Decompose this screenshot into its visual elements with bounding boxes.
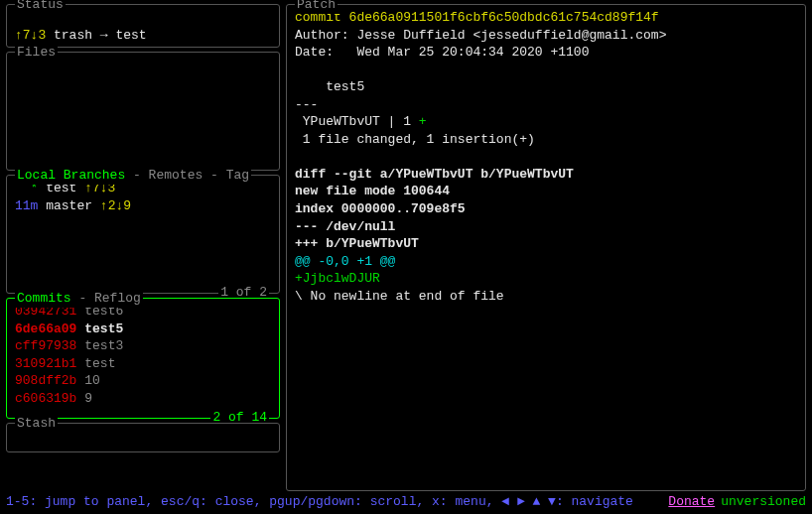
commit-msg: test3 (76, 338, 123, 353)
status-ahead: ↑7 (15, 28, 31, 43)
commit-msg: test5 (76, 321, 123, 336)
branches-tabs-rest: - Remotes - Tag (125, 168, 249, 183)
commits-tabs-rest: - Reflog (71, 291, 141, 306)
patch-author: Author: Jesse Duffield <jesseduffield@gm… (295, 27, 797, 45)
commit-item[interactable]: cff97938 test3 (15, 337, 273, 355)
patch-hunk: @@ -0,0 +1 @@ (295, 253, 797, 271)
commit-msg: test (76, 356, 115, 371)
patch-plus: +++ b/YPueWTbvUT (295, 235, 797, 253)
status-panel[interactable]: Status ↑7↓3 trash → test (6, 4, 280, 48)
commit-msg: 9 (76, 391, 92, 406)
patch-subject: test5 (295, 78, 797, 96)
branches-panel[interactable]: Local Branches - Remotes - Tag * test ↑7… (6, 175, 280, 294)
commit-item[interactable]: 908dff2b 10 (15, 372, 273, 390)
commit-hash: 6de66a09 (15, 321, 76, 336)
donate-link[interactable]: Donate (668, 493, 715, 511)
status-repo: trash → test (46, 28, 146, 43)
files-title: Files (17, 45, 56, 60)
commit-item[interactable]: 310921b1 test (15, 355, 273, 373)
status-behind: ↓3 (31, 28, 47, 43)
status-title: Status (17, 0, 64, 12)
commit-hash: 908dff2b (15, 373, 76, 388)
patch-sep: --- (295, 96, 797, 114)
commits-panel[interactable]: Commits - Reflog 03942731 test66de66a09 … (6, 298, 280, 419)
commit-hash: cff97938 (15, 338, 76, 353)
branch-track: ↑2↓9 (100, 198, 131, 213)
files-panel[interactable]: Files (6, 52, 280, 171)
commit-hash: c606319b (15, 391, 76, 406)
bottom-bar: 1-5: jump to panel, esc/q: close, pgup/p… (0, 491, 812, 514)
branches-title: Local Branches (17, 168, 125, 183)
patch-diff-header: diff --git a/YPueWTbvUT b/YPueWTbvUT (295, 166, 797, 184)
commit-item[interactable]: 6de66a09 test5 (15, 321, 273, 338)
patch-stat-plus: + (419, 114, 427, 129)
patch-date: Date: Wed Mar 25 20:04:34 2020 +1100 (295, 44, 797, 62)
patch-panel[interactable]: Patch commit 6de66a0911501f6cbf6c50dbdc6… (286, 4, 806, 491)
patch-added: +JjbclwDJUR (295, 270, 797, 288)
patch-index: index 0000000..709e8f5 (295, 200, 797, 218)
commits-title: Commits (17, 291, 71, 306)
stash-title: Stash (17, 416, 56, 431)
patch-minus: --- /dev/null (295, 218, 797, 236)
patch-new-mode: new file mode 100644 (295, 183, 797, 200)
stash-panel[interactable]: Stash (6, 423, 280, 452)
commit-hash: 310921b1 (15, 356, 76, 371)
patch-summary: 1 file changed, 1 insertion(+) (295, 131, 797, 149)
patch-commit-hash: 6de66a0911501f6cbf6c50dbdc61c754cd89f14f (349, 10, 659, 25)
commit-msg: 10 (76, 373, 99, 388)
patch-stat-file: YPueWTbvUT | 1 (295, 114, 419, 129)
patch-nonewline: \ No newline at end of file (295, 288, 797, 306)
branch-name: master (38, 198, 99, 213)
version-text: unversioned (721, 493, 806, 511)
patch-title: Patch (297, 0, 336, 12)
branch-item[interactable]: 11m master ↑2↓9 (15, 197, 273, 215)
help-text: 1-5: jump to panel, esc/q: close, pgup/p… (6, 493, 633, 511)
branch-age: 11m (15, 198, 38, 213)
commit-item[interactable]: c606319b 9 (15, 390, 273, 408)
